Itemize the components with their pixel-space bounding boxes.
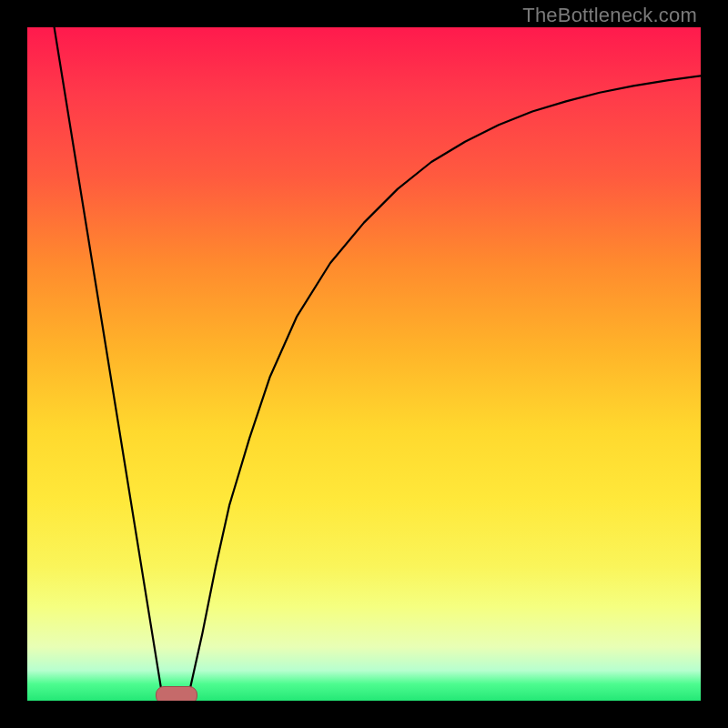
plot-area — [27, 27, 701, 701]
chart-frame: TheBottleneck.com — [0, 0, 728, 728]
curve-right-arm — [189, 76, 701, 693]
optimum-marker — [156, 686, 197, 701]
curve-left-arm — [55, 27, 162, 694]
watermark-text: TheBottleneck.com — [522, 4, 697, 27]
bottleneck-curve — [27, 27, 701, 701]
